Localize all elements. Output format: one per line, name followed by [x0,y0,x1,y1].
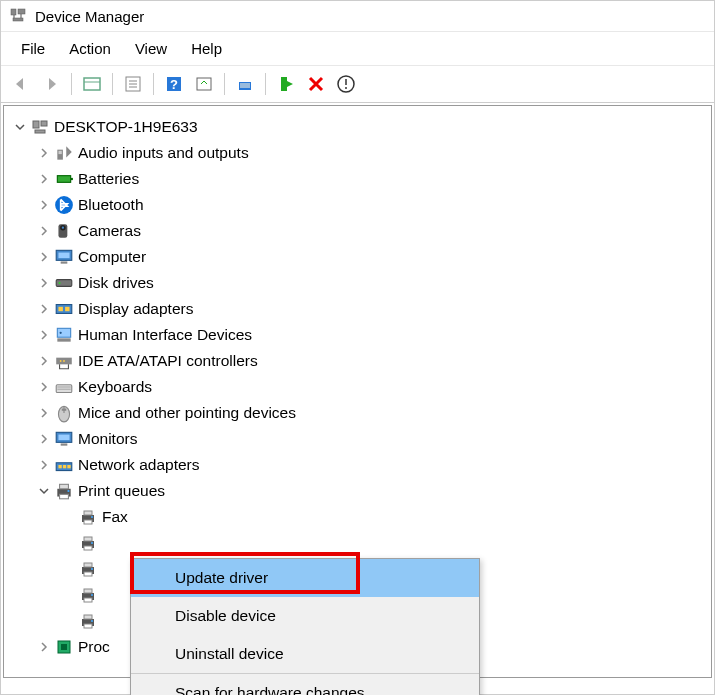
svg-point-59 [67,490,69,492]
uninstall-device-button[interactable] [332,70,360,98]
window-title: Device Manager [35,8,144,25]
expand-icon[interactable] [36,223,52,239]
expand-icon[interactable] [36,639,52,655]
help-button[interactable]: ? [160,70,188,98]
svg-rect-81 [61,644,67,650]
svg-rect-65 [84,537,92,541]
svg-point-67 [91,542,93,544]
expand-icon[interactable] [36,145,52,161]
svg-rect-18 [33,121,39,128]
show-hide-console-button[interactable] [78,70,106,98]
tree-category[interactable]: Human Interface Devices [8,322,707,348]
svg-rect-62 [84,520,92,524]
svg-rect-54 [63,465,66,468]
tree-category-label: Audio inputs and outputs [78,144,249,162]
svg-rect-2 [13,18,23,21]
expand-icon[interactable] [36,249,52,265]
tree-category-label: Keyboards [78,378,152,396]
tree-category[interactable]: Display adapters [8,296,707,322]
category-icon [54,429,74,449]
back-button[interactable] [7,70,35,98]
svg-rect-31 [61,261,68,263]
tree-category[interactable]: Computer [8,244,707,270]
processor-icon [54,637,74,657]
context-uninstall-device[interactable]: Uninstall device [131,635,479,673]
toolbar-separator [265,73,266,95]
expand-icon[interactable] [36,275,52,291]
tree-category-label: Batteries [78,170,139,188]
svg-rect-58 [60,494,69,498]
tree-category-label: Display adapters [78,300,193,318]
tree-category[interactable]: Cameras [8,218,707,244]
update-driver-button[interactable] [231,70,259,98]
svg-rect-35 [58,307,62,311]
collapse-icon[interactable] [36,483,52,499]
tree-category[interactable]: IDE ATA/ATAPI controllers [8,348,707,374]
tree-category[interactable]: Mice and other pointing devices [8,400,707,426]
forward-button[interactable] [37,70,65,98]
category-icon [54,247,74,267]
context-scan-hardware[interactable]: Scan for hardware changes [131,673,479,695]
svg-rect-50 [58,435,69,441]
svg-point-39 [60,332,62,334]
svg-point-28 [62,227,64,229]
tree-category[interactable]: Network adapters [8,452,707,478]
menu-action[interactable]: Action [57,36,123,61]
expand-icon[interactable] [36,301,52,317]
svg-rect-69 [84,563,92,567]
expand-icon[interactable] [36,457,52,473]
tree-category[interactable]: Keyboards [8,374,707,400]
menu-file[interactable]: File [9,36,57,61]
expand-icon[interactable] [36,171,52,187]
expand-icon[interactable] [36,431,52,447]
tree-category[interactable]: Print queues [8,478,707,504]
collapse-icon[interactable] [12,119,28,135]
disable-device-button[interactable] [302,70,330,98]
svg-rect-53 [58,465,61,468]
tree-category-label: Computer [78,248,146,266]
expand-icon[interactable] [36,327,52,343]
category-icon [54,169,74,189]
svg-rect-77 [84,615,92,619]
svg-rect-15 [240,83,250,88]
tree-category[interactable]: Audio inputs and outputs [8,140,707,166]
category-icon [54,299,74,319]
toolbar-separator [224,73,225,95]
tree-category[interactable]: Disk drives [8,270,707,296]
category-icon [54,325,74,345]
svg-rect-20 [35,130,45,133]
tree-category[interactable]: Batteries [8,166,707,192]
context-update-driver[interactable]: Update driver [131,559,479,597]
svg-rect-66 [84,546,92,550]
menu-view[interactable]: View [123,36,179,61]
expand-icon[interactable] [36,379,52,395]
svg-rect-57 [60,484,69,488]
svg-point-63 [91,516,93,518]
tree-device-label: Fax [102,508,128,526]
tree-device-printer[interactable] [8,530,707,556]
expand-icon[interactable] [36,405,52,421]
tree-category-label: Human Interface Devices [78,326,252,344]
expand-icon[interactable] [36,197,52,213]
tree-device-fax[interactable]: Fax [8,504,707,530]
tree-root[interactable]: DESKTOP-1H9E633 [8,114,707,140]
menu-help[interactable]: Help [179,36,234,61]
svg-rect-30 [58,253,69,259]
expand-icon[interactable] [36,353,52,369]
tree-category[interactable]: Bluetooth [8,192,707,218]
printer-icon [78,611,98,631]
category-icon [54,377,74,397]
tree-category-label: Mice and other pointing devices [78,404,296,422]
svg-rect-78 [84,624,92,628]
svg-rect-74 [84,598,92,602]
context-disable-device[interactable]: Disable device [131,597,479,635]
svg-rect-24 [71,178,73,180]
svg-point-79 [91,620,93,622]
properties-button[interactable] [119,70,147,98]
tree-category-label: Network adapters [78,456,199,474]
svg-text:?: ? [170,77,178,92]
scan-hardware-button[interactable] [190,70,218,98]
enable-device-button[interactable] [272,70,300,98]
tree-category[interactable]: Monitors [8,426,707,452]
tree-root-label: DESKTOP-1H9E633 [54,118,198,136]
